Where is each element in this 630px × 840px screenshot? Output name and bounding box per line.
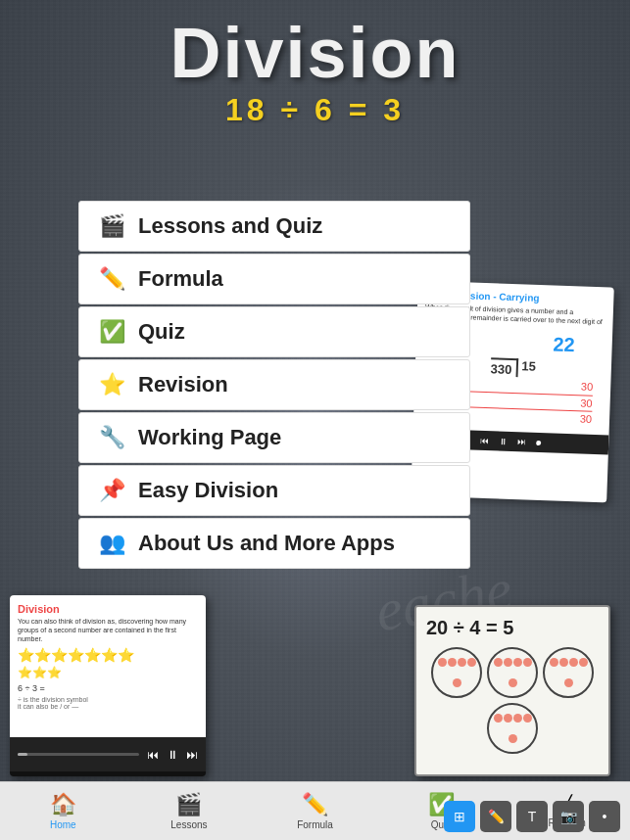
- preview-right-dividend: 330: [490, 361, 511, 377]
- video-controls[interactable]: ⏮ ⏸ ⏭: [10, 737, 206, 771]
- menu-item-formula[interactable]: ✏️ Formula: [78, 254, 470, 304]
- menu-label-quiz: Quiz: [138, 319, 185, 345]
- home-icon: 🏠: [50, 792, 76, 817]
- menu-item-about[interactable]: 👥 About Us and More Apps: [78, 518, 470, 569]
- menu-label-formula: Formula: [138, 266, 223, 292]
- dot-circle-4: [487, 703, 538, 754]
- tab-lessons[interactable]: 🎬 Lessons: [126, 788, 253, 834]
- tab-lessons-label: Lessons: [170, 819, 207, 830]
- quiz-icon: ✅: [97, 319, 126, 345]
- tab-home[interactable]: 🏠 Home: [0, 788, 126, 834]
- tab-bar: 🏠 Home 🎬 Lessons ✏️ Formula ✅ Quiz ╱ Rev…: [0, 781, 630, 840]
- menu-label-about: About Us and More Apps: [138, 531, 395, 556]
- math-equation: 20 ÷ 4 = 5: [426, 617, 599, 639]
- lessons-tab-icon: 🎬: [175, 792, 202, 817]
- menu-label-easy: Easy Division: [138, 478, 278, 503]
- video-description: You can also think of division as, disco…: [18, 617, 198, 643]
- tab-home-label: Home: [50, 819, 76, 830]
- toolbar-right: ⊞ ✏️ T 📷 •: [444, 801, 620, 832]
- menu-item-quiz[interactable]: ✅ Quiz: [78, 306, 470, 357]
- video-math-line: 6 ÷ 3 = ÷ is the division symbol it can …: [18, 683, 198, 710]
- preview-right-divisor: 15: [521, 359, 536, 374]
- tab-formula[interactable]: ✏️ Formula: [252, 788, 378, 834]
- video-next-btn[interactable]: ⏭: [186, 748, 198, 762]
- working-page-banner: [93, 412, 614, 457]
- preview-card-bottom-left: Division You can also think of division …: [10, 595, 206, 776]
- formula-tab-icon: ✏️: [302, 792, 328, 817]
- video-prev-btn[interactable]: ⏮: [147, 748, 159, 762]
- dot-circle-3: [543, 647, 594, 698]
- dot-circle-1: [431, 647, 482, 698]
- formula-icon: ✏️: [97, 266, 126, 292]
- menu-container: 🎬 Lessons and Quiz ✏️ Formula ✅ Quiz ⭐ R…: [78, 201, 470, 571]
- tool-grid-btn[interactable]: ⊞: [444, 801, 475, 832]
- tool-text-btn[interactable]: T: [516, 801, 548, 832]
- circle-group: [426, 647, 599, 754]
- menu-label-revision: Revision: [138, 372, 228, 397]
- video-play-btn[interactable]: ⏸: [167, 748, 178, 762]
- menu-item-easy[interactable]: 📌 Easy Division: [78, 465, 470, 516]
- lessons-icon: 🎬: [97, 213, 126, 239]
- video-title: Division: [18, 603, 198, 615]
- menu-item-revision[interactable]: ⭐ Revision: [78, 359, 470, 410]
- about-icon: 👥: [97, 531, 126, 556]
- menu-item-lessons[interactable]: 🎬 Lessons and Quiz: [78, 201, 470, 252]
- easy-icon: 📌: [97, 478, 126, 503]
- app-title: Division: [0, 18, 630, 88]
- video-progress-fill: [18, 753, 27, 756]
- tool-pencil-btn[interactable]: ✏️: [480, 801, 511, 832]
- tool-camera-btn[interactable]: 📷: [553, 801, 584, 832]
- tool-dot-btn[interactable]: •: [589, 801, 620, 832]
- title-area: Division 18 ÷ 6 = 3: [0, 18, 630, 128]
- dot-circle-2: [487, 647, 538, 698]
- revision-icon: ⭐: [97, 372, 126, 397]
- preview-card-bottom-right: 20 ÷ 4 = 5: [414, 605, 610, 776]
- app-subtitle: 18 ÷ 6 = 3: [0, 92, 630, 128]
- menu-label-lessons: Lessons and Quiz: [138, 213, 322, 239]
- video-stars: ⭐⭐⭐⭐⭐⭐⭐: [18, 647, 198, 663]
- video-progress-bar: [18, 753, 139, 756]
- tab-formula-label: Formula: [297, 819, 333, 830]
